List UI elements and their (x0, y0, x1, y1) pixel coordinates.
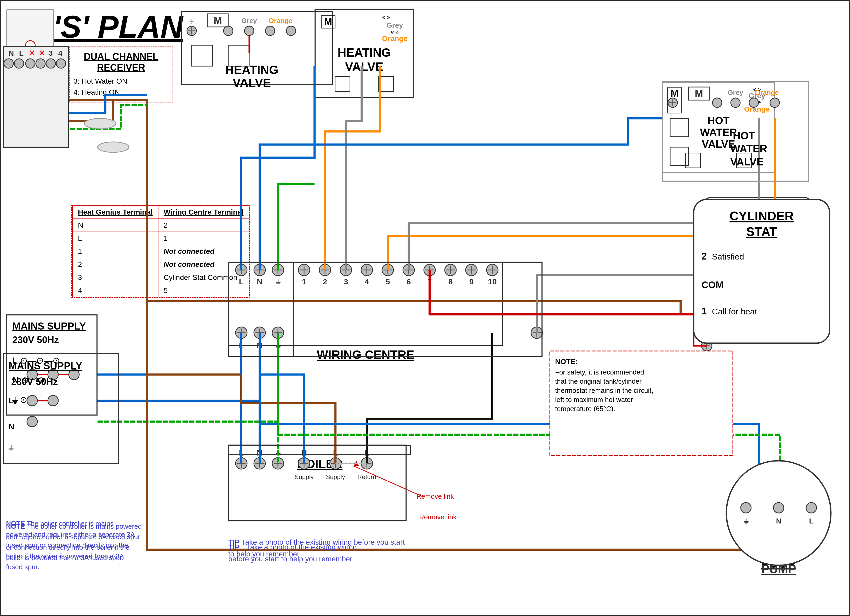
hw-motor-label: M (667, 87, 682, 114)
pump-circle: ⏚ N L PUMP (733, 466, 825, 558)
tip-text: TIP Take a photo of the existing wiring … (228, 537, 411, 560)
note-bottom: NOTE The boiler controller is mains powe… (6, 518, 137, 573)
svg-point-104 (702, 341, 712, 351)
page-title: 'S' PLAN (53, 9, 183, 45)
svg-rect-129 (181, 11, 333, 84)
heating-orange-label: Orange (382, 34, 408, 43)
heating-grey-label: Grey (382, 21, 408, 30)
svg-point-122 (223, 26, 233, 36)
cylinder-stat-title: CYLINDERSTAT (708, 203, 808, 231)
terminal-table-box: Heat Genius Terminal Wiring Centre Termi… (71, 205, 250, 298)
table-header-1: Heat Genius Terminal (72, 206, 158, 219)
boiler-title: BOILER (297, 457, 343, 471)
svg-rect-178 (228, 445, 406, 521)
svg-text:Orange: Orange (268, 17, 292, 25)
pump-title: PUMP (753, 556, 805, 571)
heating-motor-label: M (321, 15, 335, 28)
hw-grey-label: Grey (744, 92, 770, 100)
mains-terminals: L ⊙—⊙—⊙ N ⊙—⊙ ⏚ ⊙ (12, 351, 91, 409)
svg-text:Call for heat: Call for heat (712, 307, 757, 316)
svg-text:N: N (9, 422, 14, 431)
svg-point-101 (702, 309, 712, 320)
svg-text:1: 1 (702, 306, 707, 317)
svg-marker-97 (354, 461, 359, 466)
wiring-centre-box: WIRING CENTRE (228, 262, 503, 346)
dual-channel-text: 3: Hot Water ON 4: Heating ON (73, 76, 169, 98)
dual-channel-box: DUAL CHANNEL RECEIVER 3: Hot Water ON 4:… (69, 46, 174, 102)
svg-text:M: M (214, 15, 222, 26)
mains-supply-box: MAINS SUPPLY 230V 50Hz L ⊙—⊙—⊙ N ⊙—⊙ ⏚ ⊙ (6, 314, 97, 416)
svg-point-68 (254, 458, 265, 469)
heating-valve-box: M ⊘ ⊘ Grey ⊘ ⊘ Orange HEATING VALVE (314, 9, 414, 98)
table-header-2: Wiring Centre Terminal (158, 206, 249, 219)
svg-rect-116 (207, 14, 228, 27)
svg-point-115 (27, 416, 37, 427)
svg-rect-132 (192, 45, 212, 66)
valve-symbol-2 (378, 76, 394, 92)
heating-valve-title: HEATING VALVE (321, 45, 408, 74)
svg-point-64 (236, 458, 247, 469)
svg-point-91 (531, 327, 543, 338)
svg-text:HEATING: HEATING (225, 63, 278, 76)
pump-terminals: ⏚ N L (764, 503, 793, 520)
dual-channel-title: DUAL CHANNEL RECEIVER (73, 51, 169, 73)
wiring-centre-title: WIRING CENTRE (317, 348, 414, 362)
main-diagram: 'S' PLAN DUAL CHANNEL RECEIVER 3: Hot Wa… (0, 0, 850, 616)
hw-valve-symbol-1 (685, 153, 701, 168)
svg-text:Return: Return (358, 473, 376, 480)
hw-valve-symbol-2 (736, 153, 752, 168)
svg-text:Supply: Supply (295, 473, 313, 480)
note-box: NOTE: For safety, it is recommended that… (550, 354, 733, 413)
svg-text:Grey: Grey (241, 17, 257, 25)
cylinder-stat-box: CYLINDERSTAT ⊙ 2 Satisfied ⊙ COM ⊙ 1 Cal… (702, 197, 814, 282)
svg-point-72 (272, 458, 284, 469)
svg-text:⏚: ⏚ (190, 17, 194, 24)
panel-terminals-row: N L ✕ ✕ 3 4 (7, 48, 68, 61)
svg-point-123 (244, 26, 254, 36)
svg-text:Remove link: Remove link (416, 492, 454, 500)
hw-orange-label: Orange (744, 105, 770, 114)
hot-water-valve-box: M ⊘ ⊘ Grey ⊘ ⊘ Orange HOTWATERVALVE (662, 82, 775, 173)
valve-symbol-1 (335, 76, 350, 92)
svg-rect-133 (228, 45, 249, 66)
svg-point-151 (84, 118, 116, 129)
boiler-box: BOILER (228, 445, 411, 455)
svg-point-124 (265, 26, 275, 36)
svg-text:VALVE: VALVE (233, 76, 271, 90)
mains-voltage: 230V 50Hz (12, 335, 91, 345)
svg-line-96 (354, 466, 424, 497)
hw-valve-title: HOTWATERVALVE (667, 115, 770, 150)
svg-point-118 (187, 26, 196, 36)
mains-title: MAINS SUPPLY (12, 321, 91, 332)
svg-point-86 (361, 458, 373, 469)
svg-text:⏚: ⏚ (9, 443, 14, 452)
svg-point-125 (286, 26, 296, 36)
svg-text:Supply: Supply (326, 473, 345, 480)
terminal-table: Heat Genius Terminal Wiring Centre Termi… (72, 205, 250, 298)
svg-point-152 (97, 142, 129, 153)
controller-panel: N L ✕ ✕ 3 4 (6, 46, 69, 146)
remove-link-label: Remove link (419, 513, 456, 521)
